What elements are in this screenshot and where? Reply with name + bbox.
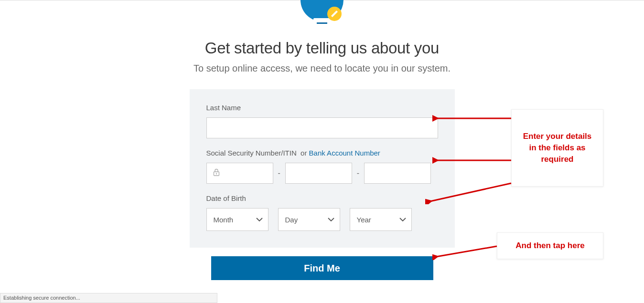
year-select[interactable]: Year (350, 208, 412, 231)
annotation-details-text: Enter your details in the fields as requ… (519, 131, 595, 165)
page-heading: Get started by telling us about you (205, 39, 439, 57)
ssn-input-1[interactable] (206, 163, 273, 184)
ssn-label-row: Social Security Number/ITIN or Bank Acco… (206, 149, 438, 157)
ssn-dash-1: - (278, 169, 280, 178)
ssn-input-2[interactable] (285, 163, 352, 184)
dob-label: Date of Birth (206, 194, 438, 202)
bank-account-link[interactable]: Bank Account Number (309, 149, 380, 157)
day-select-label: Day (285, 216, 298, 224)
or-text: or (301, 149, 307, 157)
dob-row: Month Day Year (206, 208, 438, 231)
page-subheading: To setup online access, we need to locat… (193, 63, 451, 74)
find-me-button[interactable]: Find Me (211, 256, 433, 280)
day-select[interactable]: Day (278, 208, 340, 231)
pencil-circle-icon (327, 7, 342, 21)
month-select-label: Month (214, 216, 234, 224)
last-name-input[interactable] (206, 117, 438, 138)
annotation-tap-text: And then tap here (515, 240, 585, 251)
pencil-icon (331, 10, 338, 17)
header-icon-badge (301, 0, 343, 24)
clipboard-icon (313, 18, 331, 24)
month-select[interactable]: Month (206, 208, 268, 231)
form-card: Last Name Social Security Number/ITIN or… (190, 89, 455, 248)
last-name-label: Last Name (206, 104, 438, 112)
ssn-dash-2: - (357, 169, 359, 178)
annotation-details-box: Enter your details in the fields as requ… (511, 109, 603, 187)
year-select-label: Year (357, 216, 371, 224)
ssn-input-3[interactable] (364, 163, 431, 184)
status-bar: Establishing secure connection... (0, 293, 217, 303)
status-text: Establishing secure connection... (3, 295, 80, 301)
annotation-tap-box: And then tap here (497, 232, 603, 259)
ssn-input-row: - - (206, 163, 438, 184)
ssn-label: Social Security Number/ITIN (206, 149, 297, 157)
